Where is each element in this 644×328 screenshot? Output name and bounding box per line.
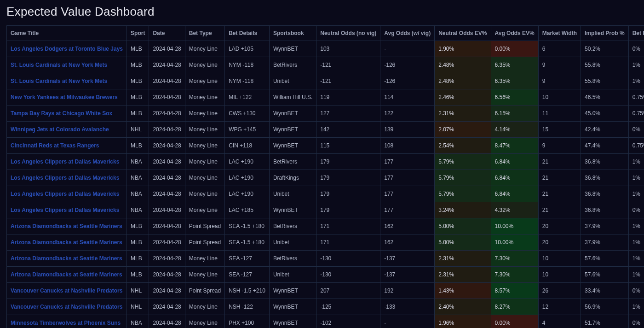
table-row: Arizona Diamondbacks at Seattle Mariners… — [7, 218, 644, 234]
cell-market-width: 12 — [538, 299, 581, 315]
cell-avg-ev: 4.32% — [491, 202, 538, 218]
col-date[interactable]: Date — [149, 26, 184, 41]
game-link[interactable]: Tampa Bay Rays at Chicago White Sox — [11, 110, 112, 117]
col-sport[interactable]: Sport — [126, 26, 149, 41]
col-bet-details[interactable]: Bet Details — [224, 26, 269, 41]
col-avg-ev[interactable]: Avg Odds EV% — [491, 26, 538, 41]
cell-sport: MLB — [126, 234, 149, 250]
col-market-width[interactable]: Market Width — [538, 26, 581, 41]
game-link[interactable]: Arizona Diamondbacks at Seattle Mariners — [11, 271, 122, 278]
cell-recommendation: 1% — [628, 153, 644, 170]
col-neutral-ev[interactable]: Neutral Odds EV% — [434, 26, 490, 41]
cell-sportsbook: WynnBET — [269, 202, 316, 218]
table-row: Winnipeg Jets at Colorado AvalancheNHL20… — [7, 121, 644, 137]
cell-avg-ev: 8.27% — [491, 299, 538, 315]
game-link[interactable]: Los Angeles Clippers at Dallas Mavericks — [11, 191, 119, 197]
cell-market-width: 20 — [538, 218, 581, 234]
game-link[interactable]: Arizona Diamondbacks at Seattle Mariners — [11, 223, 122, 229]
cell-bet-type: Money Line — [185, 153, 224, 170]
cell-sport: MLB — [126, 218, 149, 234]
cell-neutral-odds: 207 — [316, 282, 380, 299]
cell-date: 2024-04-28 — [149, 282, 184, 299]
cell-sportsbook: WynnBET — [269, 282, 316, 299]
game-link[interactable]: Los Angeles Dodgers at Toronto Blue Jays — [11, 46, 123, 52]
game-link[interactable]: Arizona Diamondbacks at Seattle Mariners — [11, 239, 122, 246]
cell-recommendation: 1% — [628, 57, 644, 73]
cell-recommendation: 0% — [628, 41, 644, 57]
table-row: Minnesota Timberwolves at Phoenix SunsNB… — [7, 315, 644, 328]
cell-neutral-odds: 127 — [316, 105, 380, 121]
cell-date: 2024-04-28 — [149, 137, 184, 153]
cell-sportsbook: Unibet — [269, 186, 316, 202]
cell-neutral-odds: -130 — [316, 250, 380, 266]
cell-bet-details: NYM -118 — [224, 57, 269, 73]
cell-bet-details: MIL +122 — [224, 89, 269, 105]
cell-implied-prob: 36.8% — [581, 170, 628, 186]
cell-market-width: 21 — [538, 153, 581, 170]
cell-avg-ev: 6.15% — [491, 105, 538, 121]
cell-neutral-ev: 5.79% — [434, 153, 490, 170]
cell-bet-details: LAC +190 — [224, 186, 269, 202]
game-link[interactable]: Minnesota Timberwolves at Phoenix Suns — [11, 320, 121, 326]
game-link[interactable]: Vancouver Canucks at Nashville Predators — [11, 287, 122, 294]
game-link[interactable]: St. Louis Cardinals at New York Mets — [11, 62, 107, 68]
cell-avg-odds: 177 — [380, 170, 434, 186]
game-link[interactable]: Winnipeg Jets at Colorado Avalanche — [11, 126, 109, 133]
game-link[interactable]: Vancouver Canucks at Nashville Predators — [11, 304, 122, 310]
cell-avg-ev: 0.00% — [491, 315, 538, 328]
cell-bet-type: Money Line — [185, 186, 224, 202]
game-link[interactable]: Cincinnati Reds at Texas Rangers — [11, 142, 99, 149]
cell-implied-prob: 47.4% — [581, 137, 628, 153]
cell-date: 2024-04-28 — [149, 186, 184, 202]
col-game-title[interactable]: Game Title — [7, 26, 126, 41]
cell-avg-ev: 10.00% — [491, 234, 538, 250]
cell-bet-details: LAD +105 — [224, 41, 269, 57]
cell-avg-odds: 108 — [380, 137, 434, 153]
cell-bet-details: NSH -1.5 +210 — [224, 282, 269, 299]
cell-avg-odds: -137 — [380, 250, 434, 266]
col-implied-prob[interactable]: Implied Prob % — [581, 26, 628, 41]
table-row: St. Louis Cardinals at New York MetsMLB2… — [7, 73, 644, 89]
cell-date: 2024-04-28 — [149, 41, 184, 57]
cell-avg-ev: 10.00% — [491, 218, 538, 234]
col-recommendation[interactable]: Bet Recommendation (Bankroll %) — [628, 26, 644, 41]
cell-neutral-odds: 142 — [316, 121, 380, 137]
game-link[interactable]: Los Angeles Clippers at Dallas Mavericks — [11, 175, 119, 181]
cell-bet-type: Money Line — [185, 202, 224, 218]
cell-sport: MLB — [126, 73, 149, 89]
cell-recommendation: 1% — [628, 234, 644, 250]
cell-bet-details: WPG +145 — [224, 121, 269, 137]
cell-recommendation: 0% — [628, 282, 644, 299]
cell-neutral-ev: 1.96% — [434, 315, 490, 328]
game-link[interactable]: New York Yankees at Milwaukee Brewers — [11, 94, 118, 100]
cell-implied-prob: 36.8% — [581, 153, 628, 170]
game-link[interactable]: Arizona Diamondbacks at Seattle Mariners — [11, 255, 122, 262]
cell-bet-details: NYM -118 — [224, 73, 269, 89]
col-bet-type[interactable]: Bet Type — [185, 26, 224, 41]
cell-bet-type: Point Spread — [185, 282, 224, 299]
cell-bet-type: Money Line — [185, 73, 224, 89]
col-neutral-odds[interactable]: Neutral Odds (no vig) — [316, 26, 380, 41]
table-row: Los Angeles Clippers at Dallas Mavericks… — [7, 153, 644, 170]
cell-neutral-odds: -121 — [316, 57, 380, 73]
cell-implied-prob: 37.9% — [581, 234, 628, 250]
game-link[interactable]: St. Louis Cardinals at New York Mets — [11, 78, 107, 84]
cell-bet-details: LAC +185 — [224, 202, 269, 218]
col-sportsbook[interactable]: Sportsbook — [269, 26, 316, 41]
cell-date: 2024-04-28 — [149, 250, 184, 266]
game-link[interactable]: Los Angeles Clippers at Dallas Mavericks — [11, 207, 119, 213]
cell-bet-details: CWS +130 — [224, 105, 269, 121]
cell-sport: NBA — [126, 186, 149, 202]
cell-avg-odds: 162 — [380, 234, 434, 250]
cell-bet-type: Money Line — [185, 250, 224, 266]
cell-bet-details: NSH -122 — [224, 299, 269, 315]
game-link[interactable]: Los Angeles Clippers at Dallas Mavericks — [11, 158, 119, 165]
cell-sportsbook: WynnBET — [269, 41, 316, 57]
cell-date: 2024-04-28 — [149, 202, 184, 218]
cell-neutral-odds: 179 — [316, 186, 380, 202]
cell-neutral-odds: 171 — [316, 234, 380, 250]
cell-sportsbook: Unibet — [269, 234, 316, 250]
cell-sportsbook: WynnBET — [269, 315, 316, 328]
col-avg-odds[interactable]: Avg Odds (w/ vig) — [380, 26, 434, 41]
cell-recommendation: 0% — [628, 121, 644, 137]
